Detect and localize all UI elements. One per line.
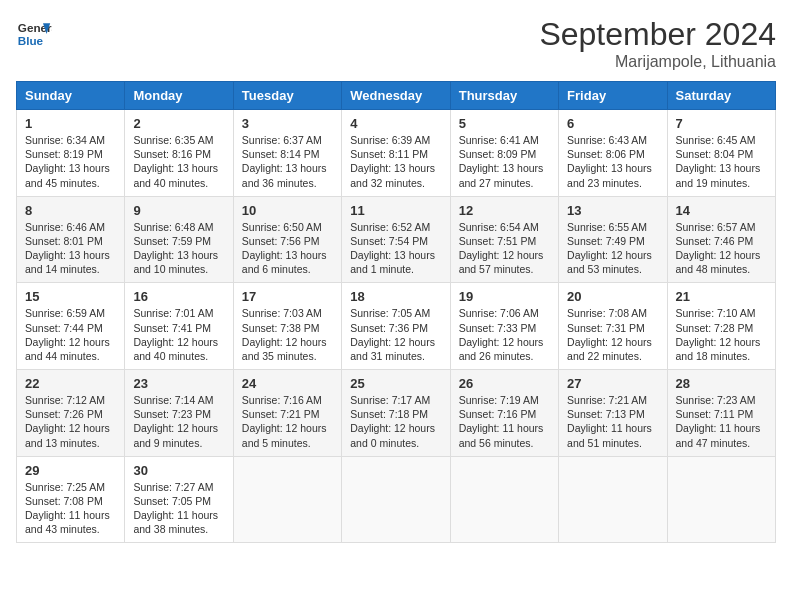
calendar-cell: 19Sunrise: 7:06 AMSunset: 7:33 PMDayligh… xyxy=(450,283,558,370)
sunrise-text: Sunrise: 6:39 AM xyxy=(350,133,441,147)
daylight-text: Daylight: 12 hours and 57 minutes. xyxy=(459,248,550,276)
calendar-cell xyxy=(342,456,450,543)
calendar-cell: 4Sunrise: 6:39 AMSunset: 8:11 PMDaylight… xyxy=(342,110,450,197)
day-of-week-header: Wednesday xyxy=(342,82,450,110)
daylight-text: Daylight: 12 hours and 44 minutes. xyxy=(25,335,116,363)
page-header: General Blue September 2024 Marijampole,… xyxy=(16,16,776,71)
calendar-cell: 10Sunrise: 6:50 AMSunset: 7:56 PMDayligh… xyxy=(233,196,341,283)
day-number: 6 xyxy=(567,116,658,131)
daylight-text: Daylight: 11 hours and 38 minutes. xyxy=(133,508,224,536)
location-subtitle: Marijampole, Lithuania xyxy=(539,53,776,71)
sunrise-text: Sunrise: 6:46 AM xyxy=(25,220,116,234)
daylight-text: Daylight: 11 hours and 56 minutes. xyxy=(459,421,550,449)
calendar-cell: 13Sunrise: 6:55 AMSunset: 7:49 PMDayligh… xyxy=(559,196,667,283)
sunset-text: Sunset: 7:23 PM xyxy=(133,407,224,421)
calendar-cell: 30Sunrise: 7:27 AMSunset: 7:05 PMDayligh… xyxy=(125,456,233,543)
sunrise-text: Sunrise: 6:59 AM xyxy=(25,306,116,320)
day-number: 30 xyxy=(133,463,224,478)
calendar-cell: 28Sunrise: 7:23 AMSunset: 7:11 PMDayligh… xyxy=(667,370,775,457)
day-number: 16 xyxy=(133,289,224,304)
calendar-week-row: 22Sunrise: 7:12 AMSunset: 7:26 PMDayligh… xyxy=(17,370,776,457)
daylight-text: Daylight: 11 hours and 51 minutes. xyxy=(567,421,658,449)
daylight-text: Daylight: 13 hours and 45 minutes. xyxy=(25,161,116,189)
sunrise-text: Sunrise: 6:37 AM xyxy=(242,133,333,147)
day-number: 20 xyxy=(567,289,658,304)
daylight-text: Daylight: 13 hours and 36 minutes. xyxy=(242,161,333,189)
day-of-week-header: Monday xyxy=(125,82,233,110)
sunrise-text: Sunrise: 6:41 AM xyxy=(459,133,550,147)
sunset-text: Sunset: 8:19 PM xyxy=(25,147,116,161)
logo-icon: General Blue xyxy=(16,16,52,52)
calendar-cell: 7Sunrise: 6:45 AMSunset: 8:04 PMDaylight… xyxy=(667,110,775,197)
sunset-text: Sunset: 7:54 PM xyxy=(350,234,441,248)
calendar-cell: 22Sunrise: 7:12 AMSunset: 7:26 PMDayligh… xyxy=(17,370,125,457)
calendar-cell xyxy=(233,456,341,543)
daylight-text: Daylight: 12 hours and 0 minutes. xyxy=(350,421,441,449)
day-number: 3 xyxy=(242,116,333,131)
calendar-cell: 16Sunrise: 7:01 AMSunset: 7:41 PMDayligh… xyxy=(125,283,233,370)
calendar-cell: 15Sunrise: 6:59 AMSunset: 7:44 PMDayligh… xyxy=(17,283,125,370)
calendar-cell: 6Sunrise: 6:43 AMSunset: 8:06 PMDaylight… xyxy=(559,110,667,197)
calendar-table: SundayMondayTuesdayWednesdayThursdayFrid… xyxy=(16,81,776,543)
calendar-week-row: 29Sunrise: 7:25 AMSunset: 7:08 PMDayligh… xyxy=(17,456,776,543)
sunset-text: Sunset: 7:36 PM xyxy=(350,321,441,335)
calendar-week-row: 15Sunrise: 6:59 AMSunset: 7:44 PMDayligh… xyxy=(17,283,776,370)
sunrise-text: Sunrise: 7:21 AM xyxy=(567,393,658,407)
calendar-week-row: 1Sunrise: 6:34 AMSunset: 8:19 PMDaylight… xyxy=(17,110,776,197)
sunrise-text: Sunrise: 7:14 AM xyxy=(133,393,224,407)
daylight-text: Daylight: 12 hours and 18 minutes. xyxy=(676,335,767,363)
logo: General Blue xyxy=(16,16,52,52)
daylight-text: Daylight: 13 hours and 40 minutes. xyxy=(133,161,224,189)
daylight-text: Daylight: 13 hours and 27 minutes. xyxy=(459,161,550,189)
daylight-text: Daylight: 13 hours and 32 minutes. xyxy=(350,161,441,189)
sunset-text: Sunset: 7:51 PM xyxy=(459,234,550,248)
sunrise-text: Sunrise: 7:01 AM xyxy=(133,306,224,320)
day-number: 26 xyxy=(459,376,550,391)
sunrise-text: Sunrise: 7:03 AM xyxy=(242,306,333,320)
calendar-cell: 11Sunrise: 6:52 AMSunset: 7:54 PMDayligh… xyxy=(342,196,450,283)
daylight-text: Daylight: 12 hours and 31 minutes. xyxy=(350,335,441,363)
daylight-text: Daylight: 13 hours and 14 minutes. xyxy=(25,248,116,276)
sunset-text: Sunset: 7:18 PM xyxy=(350,407,441,421)
calendar-cell: 20Sunrise: 7:08 AMSunset: 7:31 PMDayligh… xyxy=(559,283,667,370)
sunrise-text: Sunrise: 7:08 AM xyxy=(567,306,658,320)
sunset-text: Sunset: 7:08 PM xyxy=(25,494,116,508)
sunset-text: Sunset: 8:04 PM xyxy=(676,147,767,161)
daylight-text: Daylight: 13 hours and 23 minutes. xyxy=(567,161,658,189)
daylight-text: Daylight: 13 hours and 10 minutes. xyxy=(133,248,224,276)
sunset-text: Sunset: 8:06 PM xyxy=(567,147,658,161)
daylight-text: Daylight: 12 hours and 9 minutes. xyxy=(133,421,224,449)
day-number: 1 xyxy=(25,116,116,131)
calendar-cell: 1Sunrise: 6:34 AMSunset: 8:19 PMDaylight… xyxy=(17,110,125,197)
sunset-text: Sunset: 8:16 PM xyxy=(133,147,224,161)
day-number: 5 xyxy=(459,116,550,131)
day-number: 9 xyxy=(133,203,224,218)
sunset-text: Sunset: 7:44 PM xyxy=(25,321,116,335)
day-number: 14 xyxy=(676,203,767,218)
calendar-week-row: 8Sunrise: 6:46 AMSunset: 8:01 PMDaylight… xyxy=(17,196,776,283)
day-number: 28 xyxy=(676,376,767,391)
sunset-text: Sunset: 7:56 PM xyxy=(242,234,333,248)
daylight-text: Daylight: 11 hours and 43 minutes. xyxy=(25,508,116,536)
sunrise-text: Sunrise: 7:05 AM xyxy=(350,306,441,320)
day-number: 19 xyxy=(459,289,550,304)
sunrise-text: Sunrise: 6:55 AM xyxy=(567,220,658,234)
calendar-cell: 14Sunrise: 6:57 AMSunset: 7:46 PMDayligh… xyxy=(667,196,775,283)
sunset-text: Sunset: 7:11 PM xyxy=(676,407,767,421)
sunset-text: Sunset: 7:28 PM xyxy=(676,321,767,335)
sunset-text: Sunset: 7:38 PM xyxy=(242,321,333,335)
sunset-text: Sunset: 7:26 PM xyxy=(25,407,116,421)
calendar-cell xyxy=(559,456,667,543)
day-number: 8 xyxy=(25,203,116,218)
sunset-text: Sunset: 7:13 PM xyxy=(567,407,658,421)
calendar-cell: 2Sunrise: 6:35 AMSunset: 8:16 PMDaylight… xyxy=(125,110,233,197)
sunrise-text: Sunrise: 6:52 AM xyxy=(350,220,441,234)
day-of-week-header: Tuesday xyxy=(233,82,341,110)
daylight-text: Daylight: 11 hours and 47 minutes. xyxy=(676,421,767,449)
day-number: 29 xyxy=(25,463,116,478)
day-number: 25 xyxy=(350,376,441,391)
daylight-text: Daylight: 12 hours and 26 minutes. xyxy=(459,335,550,363)
sunrise-text: Sunrise: 7:27 AM xyxy=(133,480,224,494)
calendar-cell xyxy=(450,456,558,543)
calendar-cell: 8Sunrise: 6:46 AMSunset: 8:01 PMDaylight… xyxy=(17,196,125,283)
